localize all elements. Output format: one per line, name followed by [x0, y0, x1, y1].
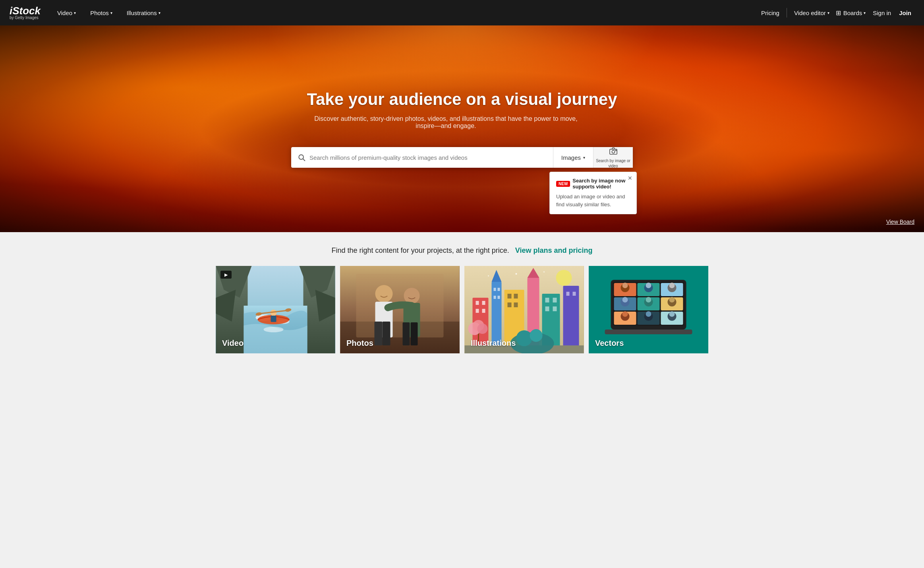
nav-boards[interactable]: ⊞ Boards ▾: [833, 6, 868, 20]
tooltip-popup: ✕ NEW Search by image now supports video…: [549, 172, 637, 214]
nav-video[interactable]: Video ▾: [55, 6, 78, 19]
svg-line-1: [303, 159, 305, 161]
pricing-text: Find the right content for your projects…: [332, 246, 509, 254]
nav-signin[interactable]: Sign in: [870, 6, 894, 19]
svg-point-100: [646, 311, 651, 317]
chevron-down-icon: ▾: [583, 155, 585, 160]
svg-rect-59: [573, 292, 576, 296]
pricing-banner: Find the right content for your projects…: [0, 232, 924, 266]
category-label-photos: Photos: [346, 339, 373, 348]
tooltip-title: NEW Search by image now supports video!: [556, 178, 630, 190]
svg-rect-27: [375, 322, 383, 345]
category-label-illustrations: Illustrations: [471, 339, 516, 348]
category-card-photos[interactable]: Photos: [340, 266, 460, 353]
svg-point-90: [669, 283, 675, 288]
svg-rect-56: [553, 306, 557, 311]
chevron-down-icon: ▾: [74, 11, 76, 15]
svg-rect-31: [403, 322, 410, 345]
logo-brand: iStock: [10, 6, 41, 16]
hero-content: Take your audience on a visual journey D…: [299, 90, 625, 141]
svg-point-15: [264, 327, 284, 332]
nav-photos[interactable]: Photos ▾: [88, 6, 115, 19]
pricing-link[interactable]: View plans and pricing: [515, 246, 593, 254]
svg-point-94: [646, 297, 651, 302]
nav-pricing[interactable]: Pricing: [759, 6, 782, 19]
navbar-left: iStock by Getty Images Video ▾ Photos ▾ …: [10, 6, 163, 20]
chevron-down-icon: ▾: [159, 11, 160, 15]
nav-join[interactable]: Join: [896, 6, 914, 19]
svg-rect-48: [508, 302, 512, 307]
nav-boards-label: Boards: [843, 10, 862, 16]
svg-rect-57: [563, 286, 579, 353]
nav-illustrations[interactable]: Illustrations ▾: [124, 6, 163, 19]
search-input[interactable]: [309, 147, 547, 168]
navbar-right: Pricing Video editor ▾ ⊞ Boards ▾ Sign i…: [759, 6, 914, 20]
category-label-video: Video: [222, 339, 244, 348]
svg-rect-36: [482, 301, 485, 305]
category-card-vectors[interactable]: Vectors: [589, 266, 708, 353]
camera-icon: [609, 147, 618, 157]
chevron-down-icon: ▾: [827, 11, 829, 15]
svg-point-86: [622, 283, 628, 288]
svg-point-71: [488, 275, 489, 277]
category-grid: ▶ Video: [204, 266, 720, 369]
svg-point-88: [646, 283, 651, 288]
svg-point-98: [622, 311, 628, 317]
search-type-selector[interactable]: Images ▾: [553, 147, 593, 168]
svg-rect-42: [498, 288, 500, 291]
new-badge: NEW: [556, 181, 570, 187]
search-type-label: Images: [561, 154, 581, 161]
svg-rect-55: [545, 306, 549, 311]
chevron-down-icon: ▾: [864, 11, 866, 15]
svg-point-64: [477, 324, 488, 334]
category-label-vectors: Vectors: [595, 339, 624, 348]
search-bar: Images ▾ Search by image or video ✕ NEW …: [291, 147, 633, 168]
nav-video-editor[interactable]: Video editor ▾: [792, 6, 832, 19]
svg-rect-58: [566, 292, 570, 296]
svg-rect-38: [482, 309, 485, 313]
svg-rect-49: [514, 302, 518, 307]
visual-search-button[interactable]: Search by image or video: [593, 147, 633, 168]
category-card-video[interactable]: ▶ Video: [216, 266, 335, 353]
nav-video-label: Video: [57, 10, 72, 16]
svg-point-68: [556, 270, 572, 286]
navbar: iStock by Getty Images Video ▾ Photos ▾ …: [0, 0, 924, 25]
chevron-down-icon: ▾: [110, 11, 112, 15]
svg-point-25: [375, 285, 393, 302]
svg-rect-32: [411, 322, 418, 345]
video-camera-icon: ▶: [220, 271, 232, 279]
nav-video-editor-label: Video editor: [794, 10, 826, 16]
svg-rect-37: [476, 309, 479, 313]
hero-section: Take your audience on a visual journey D…: [0, 25, 924, 232]
tooltip-body: Upload an image or video and find visual…: [556, 193, 630, 208]
boards-icon: ⊞: [836, 9, 841, 17]
svg-rect-46: [508, 294, 512, 299]
svg-point-102: [669, 311, 675, 317]
video-badge: ▶: [220, 271, 232, 279]
svg-point-67: [530, 329, 543, 342]
svg-point-69: [516, 273, 517, 275]
nav-divider: [787, 8, 787, 17]
search-input-area: [291, 147, 553, 168]
svg-rect-41: [494, 288, 496, 291]
logo[interactable]: iStock by Getty Images: [10, 6, 41, 20]
nav-illustrations-label: Illustrations: [127, 10, 157, 16]
svg-point-3: [612, 150, 615, 153]
svg-point-96: [669, 297, 675, 302]
close-icon[interactable]: ✕: [628, 175, 632, 181]
svg-rect-54: [553, 298, 557, 302]
search-icon: [298, 153, 305, 161]
visual-search-label: Search by image or video: [593, 158, 633, 169]
svg-rect-44: [498, 296, 500, 299]
svg-point-92: [622, 297, 628, 302]
svg-point-66: [516, 330, 532, 346]
svg-rect-35: [476, 301, 479, 305]
svg-rect-28: [383, 322, 390, 345]
svg-rect-53: [545, 298, 549, 302]
svg-point-29: [404, 288, 420, 304]
view-board-link[interactable]: View Board: [886, 219, 914, 225]
category-card-illustrations[interactable]: Illustrations: [464, 266, 584, 353]
svg-rect-18: [271, 316, 276, 322]
svg-rect-75: [605, 330, 692, 334]
svg-point-70: [543, 271, 545, 273]
